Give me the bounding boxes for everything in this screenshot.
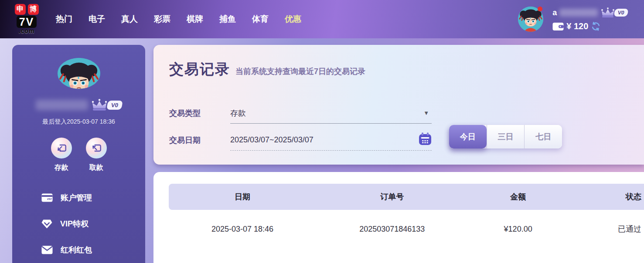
deposit-label: 存款 bbox=[55, 163, 68, 172]
brand-logo[interactable]: 申 博 7V .com bbox=[9, 4, 44, 34]
notification-dot bbox=[538, 7, 542, 11]
brand-badge-left: 申 bbox=[15, 4, 26, 15]
table-header-date: 日期 bbox=[169, 192, 316, 202]
vip-crown-icon bbox=[600, 7, 615, 18]
nav-item-live[interactable]: 真人 bbox=[121, 13, 138, 25]
transaction-type-value: 存款 bbox=[230, 108, 246, 118]
date-range-button-group: 今日 三日 七日 bbox=[449, 125, 562, 148]
brand-name: 7V bbox=[17, 16, 37, 28]
username-text: a bbox=[552, 8, 557, 17]
cell-date: 2025-03-07 18:46 bbox=[169, 225, 316, 234]
nav-item-slots[interactable]: 电子 bbox=[89, 13, 105, 25]
vip-diamond-icon bbox=[41, 219, 52, 229]
table-header-status: 状态 bbox=[568, 192, 644, 202]
menu-item-vip-privileges[interactable]: VIP特权 bbox=[41, 211, 145, 237]
page-title: 交易记录 bbox=[169, 60, 230, 79]
profile-avatar bbox=[58, 58, 100, 89]
menu-item-label: 红利红包 bbox=[61, 245, 92, 255]
transaction-table-panel: 日期 订单号 金额 状态 2025-03-07 18:46 2025030718… bbox=[153, 172, 644, 263]
cell-status: 已通过 bbox=[568, 224, 644, 234]
nav-item-chess[interactable]: 棋牌 bbox=[187, 13, 203, 25]
user-name-row: a V0 bbox=[552, 7, 628, 18]
withdraw-label: 取款 bbox=[89, 163, 103, 172]
transaction-date-row: 交易日期 2025/03/07~2025/03/07 bbox=[169, 130, 432, 151]
deposit-button[interactable]: 存款 bbox=[51, 138, 72, 172]
vip-crown-icon bbox=[91, 98, 108, 111]
profile-username-blurred bbox=[36, 100, 88, 110]
table-header-order-no: 订单号 bbox=[316, 192, 468, 202]
brand-suffix: .com bbox=[19, 28, 35, 34]
menu-item-label: VIP特权 bbox=[60, 219, 89, 229]
brand-badges: 申 博 bbox=[15, 4, 39, 15]
red-packet-icon bbox=[41, 246, 53, 254]
table-header-row: 日期 订单号 金额 状态 bbox=[169, 184, 644, 210]
wallet-icon bbox=[552, 22, 564, 31]
transaction-type-label: 交易类型 bbox=[169, 108, 230, 118]
cell-order-no: 202503071846133 bbox=[316, 225, 468, 234]
quick-actions: 存款 取款 bbox=[51, 138, 107, 172]
table-row: 2025-03-07 18:46 202503071846133 ¥120.00… bbox=[169, 215, 644, 243]
nav-item-promotions[interactable]: 优惠 bbox=[285, 13, 301, 25]
user-info: a V0 ¥ 120 bbox=[552, 7, 628, 31]
last-login-text: 最后登入2025-03-07 18:36 bbox=[42, 118, 115, 126]
range-today-button[interactable]: 今日 bbox=[449, 125, 487, 148]
balance-amount: ¥ 120 bbox=[566, 21, 588, 31]
user-avatar[interactable] bbox=[518, 7, 543, 32]
cell-amount: ¥120.00 bbox=[468, 225, 568, 234]
vip-level-badge: V0 bbox=[106, 101, 123, 110]
nav-item-hot[interactable]: 热门 bbox=[56, 13, 72, 25]
nav-item-lottery[interactable]: 彩票 bbox=[154, 13, 170, 25]
withdraw-icon bbox=[86, 138, 107, 158]
page-header: 交易记录 当前系统支持查询最近7日的交易记录 bbox=[169, 60, 365, 79]
main-nav: 热门 电子 真人 彩票 棋牌 捕鱼 体育 优惠 bbox=[56, 13, 301, 25]
transaction-date-label: 交易日期 bbox=[169, 135, 230, 145]
transaction-filter-panel: 交易记录 当前系统支持查询最近7日的交易记录 交易类型 存款 ▼ 交易日期 20… bbox=[153, 45, 644, 165]
profile-sidebar: V0 最后登入2025-03-07 18:36 存款 取款 bbox=[12, 45, 145, 263]
menu-item-bonus-red-packet[interactable]: 红利红包 bbox=[41, 237, 145, 263]
nav-item-fishing[interactable]: 捕鱼 bbox=[219, 13, 236, 25]
date-range-value: 2025/03/07~2025/03/07 bbox=[230, 135, 313, 145]
bank-card-icon bbox=[41, 193, 53, 202]
chevron-down-icon: ▼ bbox=[423, 110, 429, 116]
top-navbar: 申 博 7V .com 热门 电子 真人 彩票 棋牌 捕鱼 体育 优惠 a bbox=[0, 0, 644, 38]
deposit-icon bbox=[51, 138, 72, 158]
table-header-amount: 金额 bbox=[468, 192, 568, 202]
withdraw-button[interactable]: 取款 bbox=[86, 138, 107, 172]
menu-item-label: 账户管理 bbox=[61, 192, 92, 203]
balance-row: ¥ 120 bbox=[552, 21, 628, 31]
transaction-type-select[interactable]: 存款 ▼ bbox=[230, 103, 432, 124]
range-three-day-button[interactable]: 三日 bbox=[487, 125, 525, 148]
menu-item-account-management[interactable]: 账户管理 bbox=[41, 185, 145, 211]
range-seven-day-button[interactable]: 七日 bbox=[524, 125, 562, 148]
page-subtitle: 当前系统支持查询最近7日的交易记录 bbox=[235, 66, 365, 77]
date-range-input[interactable]: 2025/03/07~2025/03/07 bbox=[230, 130, 432, 151]
username-blurred bbox=[559, 9, 598, 17]
calendar-icon[interactable] bbox=[419, 132, 432, 148]
nav-item-sports[interactable]: 体育 bbox=[252, 13, 269, 25]
sidebar-menu: 账户管理 VIP特权 红利红包 bbox=[12, 185, 145, 263]
user-area: a V0 ¥ 120 bbox=[518, 7, 628, 32]
vip-level-badge: V0 bbox=[614, 9, 629, 17]
profile-name-row: V0 bbox=[36, 98, 122, 111]
brand-badge-right: 博 bbox=[28, 4, 39, 15]
transaction-type-row: 交易类型 存款 ▼ bbox=[169, 103, 432, 124]
refresh-balance-icon[interactable] bbox=[591, 21, 601, 31]
